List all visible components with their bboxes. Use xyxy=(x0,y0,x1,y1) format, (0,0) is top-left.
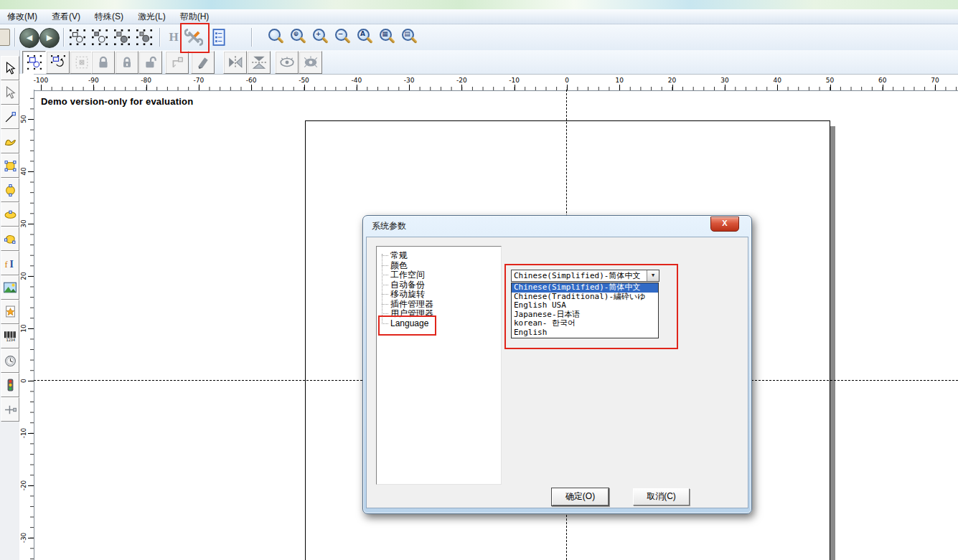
object-list-icon xyxy=(211,29,227,46)
fill-pen-button[interactable] xyxy=(191,51,215,74)
zoom-out-tool-button[interactable] xyxy=(267,27,286,47)
lock-button[interactable] xyxy=(91,51,115,74)
tree-twig xyxy=(382,313,388,314)
back-button[interactable]: ◀ xyxy=(19,28,39,48)
tree-item[interactable]: 自动备份 xyxy=(377,280,501,290)
ruler-label: 30 xyxy=(20,217,27,230)
rectangle-icon xyxy=(4,160,17,172)
zoom-overlay: ⊕ xyxy=(291,30,301,37)
ruler-label: -20 xyxy=(456,77,467,84)
delay-clock-tool-button[interactable] xyxy=(1,348,19,373)
polygon-tool-button[interactable] xyxy=(1,227,19,251)
tree-item-label: 自动备份 xyxy=(390,280,425,290)
dialog-title: 系统参数 xyxy=(372,216,406,237)
image-tool-button[interactable] xyxy=(1,275,19,300)
select-disabled-button[interactable] xyxy=(70,51,93,74)
tree-item-label: 移动旋转 xyxy=(390,290,425,300)
rectangle-tool-button[interactable] xyxy=(1,153,19,178)
system-parameters-dialog: 系统参数 X 常规 颜色 工作空间 自动备份 移动旋转 xyxy=(362,215,752,514)
ruler-tick xyxy=(672,85,673,90)
demo-watermark: Demo version-only for evaluation xyxy=(41,96,193,107)
preview-eye-button[interactable] xyxy=(275,51,299,74)
io-node-tool-button[interactable] xyxy=(1,397,19,422)
zoom-minus-button[interactable]: − xyxy=(334,27,353,47)
menu-item[interactable]: 特殊(S) xyxy=(88,9,131,24)
eye-icon xyxy=(279,55,295,70)
forward-icon: ▶ xyxy=(47,33,52,42)
zoom-selection-button[interactable]: ▦ xyxy=(378,27,398,47)
close-button[interactable]: X xyxy=(710,217,739,232)
line-tool-button[interactable] xyxy=(1,105,19,129)
freehand-tool-button[interactable] xyxy=(1,129,19,153)
ellipse-tool-button[interactable] xyxy=(1,202,19,227)
ruler-tick xyxy=(28,171,34,172)
app-window: 修改(M)查看(V)特殊(S)激光(L)帮助(H) ◀ ▶ xyxy=(0,0,958,560)
tree-twig xyxy=(382,255,388,256)
magnifier-handle xyxy=(366,37,373,44)
ruler-tick xyxy=(28,485,34,486)
text-tool-button[interactable]: f I xyxy=(1,251,19,275)
mirror-horizontal-button[interactable] xyxy=(223,51,247,74)
ruler-label: 40 xyxy=(773,77,781,84)
magnifier-handle xyxy=(277,37,284,44)
ok-button[interactable]: 确定(O) xyxy=(552,488,609,506)
settings-tree[interactable]: 常规 颜色 工作空间 自动备份 移动旋转 插件管理器 用户管理器 Langua xyxy=(376,246,502,485)
select-move-button[interactable] xyxy=(22,51,46,74)
barcode-tool-button[interactable]: 1234 xyxy=(1,324,19,348)
lock-all-button[interactable] xyxy=(115,51,138,74)
tree-item[interactable]: 颜色 xyxy=(377,261,501,271)
node-break-button[interactable] xyxy=(134,27,154,47)
ruler-tick xyxy=(251,85,252,90)
ruler-tick xyxy=(199,85,199,90)
cancel-button[interactable]: 取消(C) xyxy=(633,488,690,506)
magnifier-handle xyxy=(321,37,329,44)
node-add-button[interactable] xyxy=(67,27,88,47)
separator xyxy=(159,28,160,47)
ruler-tick xyxy=(28,276,34,277)
menu-item[interactable]: 查看(V) xyxy=(44,9,88,24)
node-select-tool-button[interactable] xyxy=(1,80,19,105)
ruler-tick xyxy=(830,85,831,90)
zoom-all-button[interactable]: A xyxy=(356,27,375,47)
node-break-icon xyxy=(136,29,152,45)
vector-file-tool-button[interactable] xyxy=(1,300,19,324)
zoom-page-button[interactable]: ▤ xyxy=(400,27,420,47)
mirror-vertical-button[interactable] xyxy=(247,51,271,74)
paste-icon[interactable] xyxy=(0,29,10,46)
polygon-blob-icon xyxy=(4,233,17,245)
select-rotate-button[interactable] xyxy=(46,51,70,74)
h-ruler[interactable]: -100-90-80-70-60-50-40-30-20-10010203040… xyxy=(34,74,958,91)
menu-item[interactable]: 帮助(H) xyxy=(173,9,217,24)
ruler-label: 70 xyxy=(931,77,939,84)
unlock-button[interactable] xyxy=(138,51,162,74)
node-edit-button[interactable] xyxy=(90,27,110,47)
ruler-label: -30 xyxy=(404,77,415,84)
ruler-tick xyxy=(41,85,42,90)
menu-item[interactable]: 修改(M) xyxy=(0,9,44,24)
zoom-in-button[interactable]: + xyxy=(311,27,331,47)
tree-item[interactable]: 移动旋转 xyxy=(377,290,501,300)
snap-corner-button[interactable] xyxy=(165,51,189,74)
tree-item[interactable]: 工作空间 xyxy=(377,270,501,280)
v-ruler[interactable]: 50403020100-10-20-30 xyxy=(19,90,34,560)
forward-button[interactable]: ▶ xyxy=(39,28,60,48)
preview-all-eye-button[interactable] xyxy=(299,51,322,74)
menu-item[interactable]: 激光(L) xyxy=(131,9,173,24)
tree-item[interactable]: 常规 xyxy=(377,251,501,261)
close-icon: X xyxy=(722,219,727,227)
annotation-box-language-list xyxy=(504,264,678,349)
ruler-corner xyxy=(19,74,34,90)
tree-twig xyxy=(382,294,388,295)
svg-text:1234: 1234 xyxy=(6,338,15,342)
io-control-tool-button[interactable] xyxy=(1,373,19,397)
zoom-pan-button[interactable]: ⊕ xyxy=(289,27,309,47)
node-join-button[interactable] xyxy=(112,27,132,47)
circle-tool-button[interactable] xyxy=(1,178,19,202)
tree-item-label: 工作空间 xyxy=(390,270,425,280)
tree-item[interactable]: 插件管理器 xyxy=(377,300,501,310)
ruler-tick xyxy=(777,85,778,90)
pick-tool-button[interactable] xyxy=(1,56,19,80)
object-list-button[interactable] xyxy=(209,27,229,47)
image-icon xyxy=(4,282,17,293)
ruler-label: -30 xyxy=(20,531,27,544)
